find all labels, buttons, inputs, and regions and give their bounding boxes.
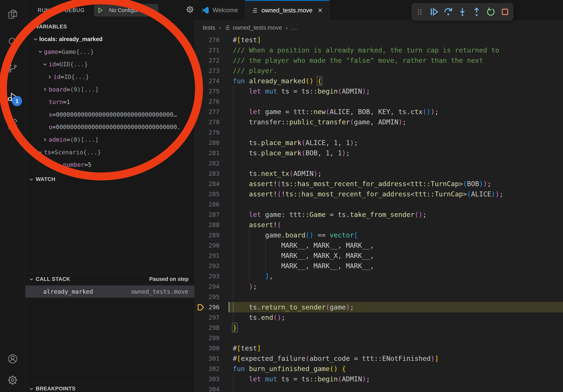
code-line[interactable]: 304	[194, 384, 563, 392]
code-line[interactable]: 277 let game = ttt::new(ALICE, BOB, KEY,…	[194, 107, 563, 117]
chevron-down-icon[interactable]	[32, 37, 39, 42]
code-line[interactable]: 283 ts.next_tx(ADMIN);	[194, 168, 563, 179]
variable-row[interactable]: x = 000000000000000000000000000000000…	[26, 108, 194, 121]
line-number[interactable]: 295	[194, 292, 219, 302]
variable-row[interactable]: ts = Scenario{...}	[26, 146, 194, 158]
variable-row[interactable]: admin = (0)[...]	[26, 133, 194, 146]
stop-icon[interactable]	[499, 6, 511, 18]
code-line[interactable]: 278 transfer::public_transfer(game, ADMI…	[194, 117, 563, 127]
code-editor[interactable]: 270#[test]271/// When a position is alre…	[194, 35, 563, 392]
code-line[interactable]: 299	[194, 333, 563, 343]
variable-row[interactable]: board = (9)[...]	[26, 83, 194, 96]
breakpoints-section-header[interactable]: BREAKPOINTS	[26, 382, 194, 392]
restart-icon[interactable]	[485, 6, 497, 18]
call-stack-section-header[interactable]: CALL STACK Paused on step	[26, 273, 194, 285]
code-line[interactable]: 281 ts.place_mark(BOB, 1, 1);	[194, 148, 563, 158]
line-number[interactable]: 276	[194, 96, 219, 107]
line-number[interactable]: 292	[194, 261, 219, 271]
code-line[interactable]: 294 );	[194, 281, 563, 292]
watch-section-header[interactable]: WATCH	[26, 173, 194, 185]
code-line[interactable]: 273/// player.	[194, 65, 563, 76]
chevron-down-icon[interactable]	[37, 49, 44, 54]
line-number[interactable]: 299	[194, 333, 219, 343]
line-number[interactable]: 301	[194, 353, 219, 364]
line-number[interactable]: 289	[194, 230, 219, 240]
code-line[interactable]: 291 MARK__, MARK_X, MARK__,	[194, 250, 563, 261]
variable-row[interactable]: turn = 1	[26, 96, 194, 108]
line-number[interactable]: 278	[194, 117, 219, 127]
breadcrumb-file[interactable]: owned_tests.move	[225, 24, 282, 31]
source-control-icon[interactable]	[0, 57, 25, 80]
run-and-debug-icon[interactable]	[0, 86, 25, 109]
code-line[interactable]: 292 MARK__, MARK__, MARK__,	[194, 261, 563, 271]
line-number[interactable]: 298	[194, 323, 219, 333]
line-number[interactable]: 281	[194, 148, 219, 158]
call-stack-frame-row[interactable]: already_marked owned_tests.move	[26, 285, 194, 298]
code-line[interactable]: 288 assert!(	[194, 220, 563, 230]
code-line[interactable]: 280 ts.place_mark(ALICE, 1, 1);	[194, 138, 563, 148]
code-line[interactable]: 298}	[194, 323, 563, 333]
start-debug-icon[interactable]	[94, 4, 106, 17]
chevron-right-icon[interactable]	[46, 74, 53, 80]
line-number[interactable]: 272	[194, 55, 219, 66]
close-icon[interactable]: ✕	[318, 7, 322, 14]
chevron-right-icon[interactable]	[41, 137, 49, 143]
line-number[interactable]: 283	[194, 168, 219, 179]
line-number[interactable]: 273	[194, 65, 219, 76]
code-line[interactable]: 276	[194, 96, 563, 107]
line-number[interactable]: 270	[194, 35, 219, 45]
line-number[interactable]: 293	[194, 271, 219, 281]
code-line[interactable]: 297 ts.end();	[194, 312, 563, 323]
step-over-icon[interactable]	[442, 6, 454, 18]
code-line[interactable]: 274fun already_marked() {	[194, 76, 563, 86]
variable-row[interactable]: o = 0000000000000000000000000000000000.	[26, 121, 194, 133]
code-line[interactable]: 271/// When a position is already marked…	[194, 45, 563, 55]
line-number[interactable]: 302	[194, 364, 219, 374]
explorer-icon[interactable]	[0, 3, 25, 26]
chevron-right-icon[interactable]	[41, 87, 49, 92]
line-number[interactable]: 290	[194, 240, 219, 251]
code-line[interactable]: 290 MARK__, MARK__, MARK__,	[194, 240, 563, 251]
line-number[interactable]: 303	[194, 374, 219, 384]
code-line[interactable]: 287 let game: ttt::Game = ts.take_from_s…	[194, 209, 563, 220]
settings-gear-icon[interactable]	[0, 369, 25, 392]
chevron-down-icon[interactable]	[41, 62, 49, 67]
code-line[interactable]: 296 ts.return_to_sender(game);	[194, 302, 563, 313]
code-line[interactable]: 282	[194, 158, 563, 169]
code-line[interactable]: 300#[test]	[194, 343, 563, 353]
code-line[interactable]: 284 assert!(ts::has_most_recent_for_addr…	[194, 179, 563, 189]
line-number[interactable]: 285	[194, 189, 219, 199]
line-number[interactable]: 304	[194, 384, 219, 392]
line-number[interactable]: 297	[194, 312, 219, 323]
line-number[interactable]: 277	[194, 107, 219, 117]
code-line[interactable]: 275 let mut ts = ts::begin(ADMIN);	[194, 86, 563, 96]
code-line[interactable]: 286	[194, 199, 563, 210]
toolbar-drag-handle[interactable]	[414, 6, 426, 18]
variables-section-header[interactable]: VARIABLES	[26, 21, 194, 33]
account-icon[interactable]	[0, 347, 25, 370]
code-line[interactable]: 289 game.board() == vector[	[194, 230, 563, 240]
code-line[interactable]: 303 let mut ts = ts::begin(ADMIN);	[194, 374, 563, 384]
breadcrumb-symbol[interactable]: …	[291, 24, 297, 31]
step-out-icon[interactable]	[471, 6, 483, 18]
tab-owned-tests-move[interactable]: owned_tests.move✕	[245, 0, 330, 21]
line-number[interactable]: 284	[194, 179, 219, 189]
variables-scope-row[interactable]: locals: already_marked	[26, 33, 194, 46]
code-line[interactable]: 270#[test]	[194, 35, 563, 45]
line-number[interactable]: 291	[194, 250, 219, 261]
variable-row[interactable]: id = ID{...}	[26, 71, 194, 83]
code-line[interactable]: 301#[expected_failure(abort_code = ttt::…	[194, 353, 563, 364]
line-number[interactable]: 280	[194, 138, 219, 148]
chevron-down-icon[interactable]	[37, 149, 44, 155]
breadcrumb-folder[interactable]: tests	[203, 24, 215, 31]
variable-row[interactable]: txn_number = 5	[26, 158, 194, 171]
line-number[interactable]: 271	[194, 45, 219, 55]
line-number[interactable]: 287	[194, 209, 219, 220]
line-number[interactable]: 300	[194, 343, 219, 353]
code-line[interactable]: 293 ],	[194, 271, 563, 281]
continue-icon[interactable]	[428, 6, 440, 18]
tab-welcome[interactable]: Welcome	[194, 0, 245, 21]
variable-row[interactable]: game = Game{...}	[26, 46, 194, 58]
variable-row[interactable]: id = UID{...}	[26, 58, 194, 71]
line-number[interactable]: 282	[194, 158, 219, 169]
